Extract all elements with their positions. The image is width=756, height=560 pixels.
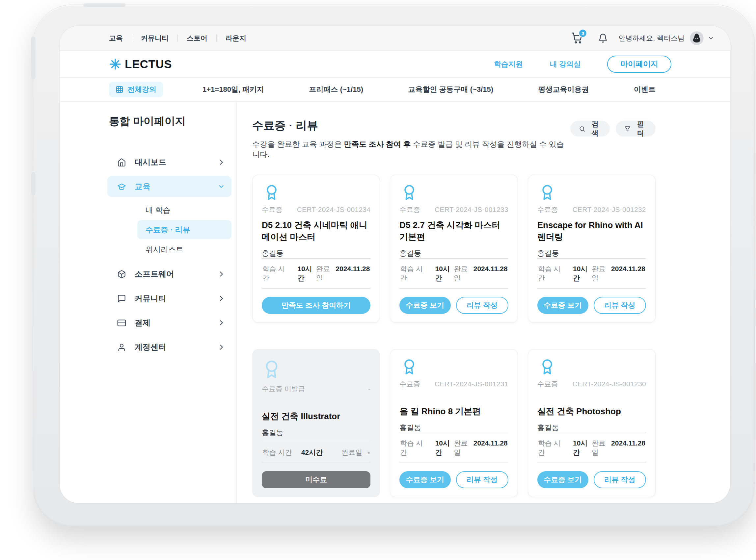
- header-actions: 검색 필터: [570, 118, 656, 137]
- course-title: Enscape for Rhino with AI 렌더링: [537, 219, 646, 243]
- top-menu-lounge[interactable]: 라운지: [226, 34, 246, 43]
- sidebar-item-education[interactable]: 교육: [107, 176, 231, 197]
- sidebar-item-community[interactable]: 커뮤니티: [107, 288, 231, 309]
- subnav-items: 1+1=180일, 패키지 프리패스 (~1/15) 교육할인 공동구매 (~3…: [202, 84, 656, 95]
- card-meta: 학습 시간10시간 완료일2024.11.28: [537, 433, 646, 463]
- subnav-item-groupbuy[interactable]: 교육할인 공동구매 (~3/15): [408, 84, 493, 95]
- sidebar-item-label: 커뮤니티: [135, 293, 166, 304]
- device-side-button: [31, 36, 36, 79]
- utility-topbar: 교육 커뮤니티 스토어 라운지 3 안녕하세요, 렉터스님: [60, 26, 730, 51]
- education-submenu: 내 학습 수료증 · 리뷰 위시리스트: [137, 200, 231, 259]
- page-title: 수료증 · 리뷰: [252, 118, 570, 133]
- sidebar-item-label: 대시보드: [135, 157, 166, 167]
- chat-bubble-icon: [117, 294, 126, 303]
- student-name: 홍길동: [537, 423, 646, 433]
- sidebar-subitem-wishlist[interactable]: 위시리스트: [137, 240, 231, 259]
- sidebar-menu: 대시보드 교육 내 학습 수료증 · 리뷰 위시리스트: [107, 152, 231, 358]
- chevron-right-icon: [218, 271, 225, 278]
- main-content: 수료증 · 리뷰 수강을 완료한 교육 과정은 만족도 조사 참여 후 수료증 …: [237, 102, 730, 503]
- write-review-button[interactable]: 리뷰 작성: [594, 471, 646, 488]
- sidebar-item-account[interactable]: 계정센터: [107, 337, 231, 358]
- certificate-status: 수료증: [537, 379, 558, 388]
- filter-label: 필터: [634, 119, 647, 138]
- top-menu-community[interactable]: 커뮤니티: [141, 34, 169, 43]
- filter-button[interactable]: 필터: [616, 121, 656, 137]
- sidebar-subitem-my-learning[interactable]: 내 학습: [137, 200, 231, 219]
- certificate-number: CERT-2024-JS-001232: [572, 206, 646, 214]
- card-meta: 학습 시간10시간 완료일2024.11.28: [400, 433, 508, 463]
- certificate-number: CERT-2024-JS-001230: [572, 380, 646, 388]
- top-menu-store[interactable]: 스토어: [187, 34, 208, 43]
- brand-bar: LECTUS 학습지원 내 강의실 마이페이지: [60, 51, 730, 78]
- certificate-status: 수료증: [400, 379, 420, 388]
- sidebar-item-payment[interactable]: 결제: [107, 312, 231, 333]
- classroom-link[interactable]: 내 강의실: [550, 59, 581, 69]
- topbar-right: 3 안녕하세요, 렉터스님: [571, 31, 714, 45]
- top-menu-education[interactable]: 교육: [109, 34, 123, 43]
- course-title: D5 2.7 건축 시각화 마스터 기본편: [400, 219, 508, 243]
- view-certificate-button[interactable]: 수료증 보기: [537, 471, 588, 488]
- chevron-down-icon[interactable]: [707, 35, 714, 41]
- category-subnav: 전체강의 1+1=180일, 패키지 프리패스 (~1/15) 교육할인 공동구…: [60, 78, 730, 102]
- student-name: 홍길동: [537, 248, 646, 258]
- menu-divider: [132, 35, 132, 41]
- view-certificate-button[interactable]: 수료증 보기: [400, 297, 450, 314]
- course-title: 올 킬 Rhino 8 기본편: [400, 406, 481, 418]
- survey-button[interactable]: 만족도 조사 참여하기: [262, 297, 370, 314]
- package-icon: [117, 270, 126, 279]
- certificate-card: 수료증 CERT-2024-JS-001231 올 킬 Rhino 8 기본편 …: [390, 349, 518, 497]
- view-certificate-button[interactable]: 수료증 보기: [400, 471, 450, 488]
- card-meta: 학습 시간42시간 완료일-: [262, 442, 370, 463]
- support-link[interactable]: 학습지원: [494, 59, 523, 69]
- award-ribbon-icon: [262, 359, 282, 380]
- bell-icon[interactable]: [598, 33, 608, 43]
- credit-card-icon: [117, 319, 126, 327]
- logo-icon: [109, 58, 121, 71]
- cart-button[interactable]: 3: [571, 33, 583, 44]
- sidebar-item-software[interactable]: 소프트웨어: [107, 263, 231, 285]
- card-meta: 학습 시간10시간 완료일2024.11.28: [400, 258, 508, 288]
- content-header: 수료증 · 리뷰 수강을 완료한 교육 과정은 만족도 조사 참여 후 수료증 …: [252, 118, 656, 160]
- certificate-number: CERT-2024-JS-001233: [434, 206, 508, 214]
- certificate-card-not-issued: 수료증 미발급 - 실전 건축 Illustrator 홍길동 학습 시간42시…: [252, 349, 380, 497]
- top-menu: 교육 커뮤니티 스토어 라운지: [109, 34, 246, 43]
- certificate-status: 수료증: [537, 205, 558, 214]
- lectus-logo[interactable]: LECTUS: [109, 58, 172, 71]
- subnav-item-freepass[interactable]: 프리패스 (~1/15): [309, 84, 363, 95]
- write-review-button[interactable]: 리뷰 작성: [456, 471, 508, 488]
- graduation-cap-icon: [117, 182, 126, 191]
- student-name: 홍길동: [262, 428, 370, 438]
- award-ribbon-icon: [262, 184, 282, 201]
- search-label: 검색: [588, 119, 601, 138]
- sidebar: 통합 마이페이지 대시보드 교육 내 학습: [60, 102, 237, 503]
- grid-icon: [116, 85, 123, 94]
- certificate-number: CERT-2024-JS-001234: [297, 206, 371, 214]
- brand-links: 학습지원 내 강의실 마이페이지: [494, 56, 671, 73]
- mypage-button[interactable]: 마이페이지: [607, 56, 671, 73]
- award-ribbon-icon: [537, 359, 557, 375]
- subnav-item-event[interactable]: 이벤트: [634, 84, 656, 95]
- certificate-grid: 수료증 CERT-2024-JS-001234 D5 2.10 건축 시네마틱 …: [252, 175, 656, 497]
- sidebar-subitem-cert-review[interactable]: 수료증 · 리뷰: [137, 220, 231, 239]
- award-ribbon-icon: [400, 184, 419, 201]
- certificate-card: 수료증 CERT-2024-JS-001232 Enscape for Rhin…: [528, 175, 656, 323]
- search-button[interactable]: 검색: [570, 121, 610, 137]
- subnav-item-package[interactable]: 1+1=180일, 패키지: [202, 84, 264, 95]
- certificate-card: 수료증 CERT-2024-JS-001230 실전 건축 Photoshop …: [528, 349, 656, 497]
- menu-divider: [216, 35, 217, 41]
- all-courses-chip[interactable]: 전체강의: [109, 82, 163, 97]
- certificate-number: -: [368, 385, 370, 393]
- subnav-item-lifelong[interactable]: 평생교육이용권: [538, 84, 589, 95]
- view-certificate-button[interactable]: 수료증 보기: [537, 297, 588, 314]
- user-greeting: 안녕하세요, 렉터스님: [618, 34, 684, 43]
- filter-icon: [624, 125, 631, 132]
- avatar[interactable]: [690, 31, 704, 45]
- card-meta: 학습 시간10시간 완료일2024.11.28: [262, 258, 370, 288]
- sidebar-item-label: 계정센터: [135, 342, 166, 353]
- search-icon: [579, 125, 585, 132]
- sidebar-item-dashboard[interactable]: 대시보드: [107, 152, 231, 173]
- write-review-button[interactable]: 리뷰 작성: [594, 297, 646, 314]
- write-review-button[interactable]: 리뷰 작성: [456, 297, 508, 314]
- logo-wordmark: LECTUS: [125, 58, 172, 71]
- page-description: 수강을 완료한 교육 과정은 만족도 조사 참여 후 수료증 발급 및 리뷰 작…: [252, 139, 570, 160]
